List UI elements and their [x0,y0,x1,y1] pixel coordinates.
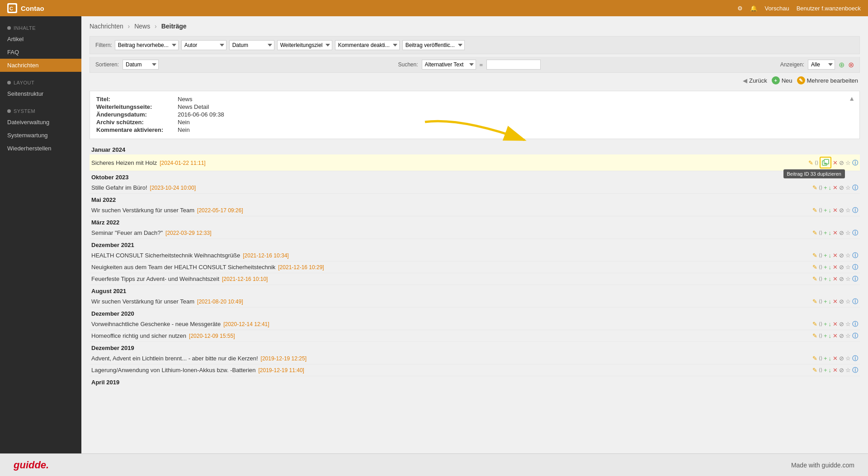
info-icon[interactable]: ⓘ [852,333,858,339]
css-icon[interactable]: ⟨⟩ [819,208,822,213]
star-icon[interactable]: ☆ [845,276,851,282]
info-icon[interactable]: ⓘ [852,299,858,304]
edit-icon[interactable]: ✎ [812,367,817,373]
delete-icon[interactable]: ✕ [833,333,838,339]
copy-icon[interactable]: ⟨⟩ [815,160,818,165]
info-icon[interactable]: ⓘ [852,185,858,191]
edit-icon[interactable]: ✎ [812,264,817,270]
visibility-icon[interactable]: ⊘ [839,264,844,270]
visibility-icon[interactable]: ⊘ [839,367,844,373]
visibility-icon[interactable]: ⊘ [839,355,844,361]
edit-icon[interactable]: ✎ [812,230,817,236]
info-icon[interactable]: ⓘ [852,252,858,258]
item-title[interactable]: Wir suchen Verstärkung für unser Team[20… [91,207,243,214]
move-down-icon[interactable]: ↓ [829,321,832,327]
settings-icon[interactable]: ⚙ [737,5,743,12]
move-up-icon[interactable]: + [824,207,827,213]
item-title[interactable]: Stille Gefahr im Büro![2023-10-24 10:00] [91,184,196,191]
sidebar-item-seitenstruktur[interactable]: Seitenstruktur [0,87,81,100]
sidebar-item-wiederherstellen[interactable]: Wiederherstellen [0,142,81,155]
delete-icon[interactable]: ✕ [833,321,838,327]
item-title[interactable]: Vorweihnachtliche Geschenke - neue Messg… [91,321,269,327]
move-down-icon[interactable]: ↓ [829,299,832,304]
edit-icon[interactable]: ✎ [812,185,817,191]
star-icon[interactable]: ☆ [845,185,851,191]
star-icon[interactable]: ☆ [845,207,851,213]
move-down-icon[interactable]: ↓ [829,333,832,339]
filter-kommentare[interactable]: Kommentare deakti... [335,40,400,50]
sidebar-item-artikel[interactable]: Artikel [0,33,81,46]
move-up-icon[interactable]: + [824,185,827,191]
sidebar-item-systemwartung[interactable]: Systemwartung [0,129,81,142]
edit-icon[interactable]: ✎ [812,333,817,339]
star-icon[interactable]: ☆ [845,355,851,361]
bell-icon[interactable]: 🔔 [750,5,757,12]
edit-icon[interactable]: ✎ [812,252,817,258]
item-title[interactable]: HEALTH CONSULT Sicherheitstechnik Weihna… [91,252,289,259]
delete-icon[interactable]: ✕ [833,230,838,236]
star-icon[interactable]: ☆ [845,299,851,304]
star-icon[interactable]: ☆ [845,264,851,270]
user-menu[interactable]: Benutzer f.wanzenboeck [797,5,861,12]
info-icon[interactable]: ⓘ [852,160,858,166]
css-icon[interactable]: ⟨⟩ [819,276,822,281]
css-icon[interactable]: ⟨⟩ [819,230,822,235]
display-select[interactable]: Alle [808,60,835,70]
item-title[interactable]: Sicheres Heizen mit Holz[2024-01-22 11:1… [91,159,206,166]
move-down-icon[interactable]: ↓ [829,207,832,213]
css-icon[interactable]: ⟨⟩ [819,368,822,373]
duplicate-button[interactable]: ✦ [820,157,831,168]
move-down-icon[interactable]: ↓ [829,276,832,282]
info-icon[interactable]: ⓘ [852,276,858,282]
star-icon[interactable]: ☆ [845,321,851,327]
delete-icon[interactable]: ✕ [833,299,838,304]
css-icon[interactable]: ⟨⟩ [819,322,822,327]
star-icon[interactable]: ☆ [845,160,851,166]
back-button[interactable]: ◀ Zurück [743,77,767,84]
move-up-icon[interactable]: + [824,355,827,361]
search-input[interactable] [486,60,541,70]
move-up-icon[interactable]: + [824,321,827,327]
sidebar-item-nachrichten[interactable]: Nachrichten [0,59,81,72]
move-down-icon[interactable]: ↓ [829,230,832,236]
breadcrumb-middle[interactable]: News [134,23,150,30]
breadcrumb-root[interactable]: Nachrichten [90,23,123,30]
item-title[interactable]: Homeoffice richtig und sicher nutzen[202… [91,332,235,339]
delete-icon[interactable]: ✕ [833,207,838,213]
move-up-icon[interactable]: + [824,333,827,339]
sidebar-item-dateiverwaltung[interactable]: Dateiverwaltung [0,116,81,129]
edit-icon[interactable]: ✎ [812,321,817,327]
info-icon[interactable]: ⓘ [852,207,858,213]
search-field-select[interactable]: Alternativer Text [422,60,476,70]
css-icon[interactable]: ⟨⟩ [819,356,822,361]
info-icon[interactable]: ⓘ [852,230,858,236]
visibility-icon[interactable]: ⊘ [839,252,844,258]
item-title[interactable]: Lagerung/Anwendung von Lithium-Ionen-Akk… [91,367,304,373]
move-down-icon[interactable]: ↓ [829,252,832,258]
filter-icon-red[interactable]: ⊗ [848,61,854,69]
filter-icon-green[interactable]: ⊕ [839,61,844,69]
visibility-icon[interactable]: ⊘ [839,321,844,327]
move-up-icon[interactable]: + [824,230,827,236]
delete-icon[interactable]: ✕ [833,367,838,373]
item-title[interactable]: Advent, Advent ein Lichtlein brennt... -… [91,355,307,362]
star-icon[interactable]: ☆ [845,367,851,373]
sort-select[interactable]: Datum [123,60,159,70]
move-down-icon[interactable]: ↓ [829,367,832,373]
move-down-icon[interactable]: ↓ [829,264,832,270]
item-title[interactable]: Feuerfeste Tipps zur Advent- und Weihnac… [91,275,268,282]
filter-veroeffentlich[interactable]: Beitrag veröffentlic... [402,40,465,50]
css-icon[interactable]: ⟨⟩ [819,185,822,190]
delete-icon[interactable]: ✕ [833,276,838,282]
edit-icon[interactable]: ✎ [808,160,813,166]
item-title[interactable]: Neuigkeiten aus dem Team der HEALTH CONS… [91,264,324,271]
css-icon[interactable]: ⟨⟩ [819,333,822,338]
move-up-icon[interactable]: + [824,264,827,270]
css-icon[interactable]: ⟨⟩ [819,253,822,258]
filter-weiterleitungsziel[interactable]: Weiterleitungsziel [277,40,332,50]
star-icon[interactable]: ☆ [845,333,851,339]
move-up-icon[interactable]: + [824,367,827,373]
toggle-icon[interactable]: ⊘ [839,160,844,166]
delete-icon[interactable]: ✕ [833,160,838,166]
preview-link[interactable]: Vorschau [764,5,789,12]
